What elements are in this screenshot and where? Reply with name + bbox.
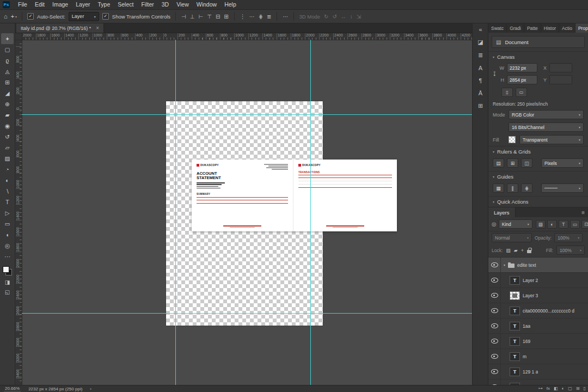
Layer 2[interactable]: ▾ T Layer 2 xyxy=(488,273,588,288)
quick-actions-section-header[interactable]: Quick Actions xyxy=(488,196,588,206)
hand-tool[interactable]: ◖ xyxy=(1,229,14,240)
edit-toolbar-icon[interactable]: ⋯ xyxy=(1,251,14,262)
eraser-tool[interactable]: ▱ xyxy=(1,142,14,153)
menu-item[interactable]: Filter xyxy=(137,0,157,9)
lock-position-icon[interactable]: + xyxy=(521,248,524,253)
vertical-guide[interactable] xyxy=(175,40,176,385)
ruler-origin-box[interactable] xyxy=(15,33,22,40)
Layer 3[interactable]: ▾ T Layer 3 xyxy=(488,288,588,303)
guides-toggle-icon[interactable]: ▦ xyxy=(493,183,504,193)
document-viewport[interactable]: DUKASCOPY ACCOUNT STATEMENT xyxy=(22,40,473,385)
menu-item[interactable]: Layer xyxy=(72,0,94,9)
layer-name[interactable]: m xyxy=(523,354,526,359)
distribute-vertical-icon[interactable]: ⋮ xyxy=(240,14,246,20)
adjustment-layer-icon[interactable]: ◐ xyxy=(561,386,564,391)
link-layers-icon[interactable]: ⊶ xyxy=(538,386,543,391)
y-field[interactable] xyxy=(549,75,572,84)
layer-name[interactable]: cita0000000...ccccccc0 d xyxy=(523,308,574,314)
group-expand-icon[interactable]: ▾ xyxy=(504,263,505,267)
panel-tab[interactable]: Gradi xyxy=(507,23,524,33)
menu-item[interactable]: Help xyxy=(220,0,240,9)
cita0000000...ccccccc0 d[interactable]: ▾ T cita0000000...ccccccc0 d xyxy=(488,303,588,318)
tool-preset-picker[interactable]: + xyxy=(11,13,17,20)
align-left-icon[interactable]: ⊣ xyxy=(181,14,187,20)
panel-tab[interactable]: Swatc xyxy=(488,23,507,33)
menu-item[interactable]: Type xyxy=(94,0,114,9)
new-layer-icon[interactable]: ⊞ xyxy=(576,386,580,391)
shape-tool[interactable]: ▭ xyxy=(1,218,14,229)
layer-visibility-toggle[interactable] xyxy=(488,334,501,348)
filter-shape-layers-icon[interactable]: ▭ xyxy=(570,220,580,229)
portrait-orientation-icon[interactable]: ▯ xyxy=(501,88,513,97)
layer-effects-icon[interactable]: fx xyxy=(547,386,550,391)
panel-tab[interactable]: Actio xyxy=(559,23,575,33)
layer-visibility-toggle[interactable] xyxy=(488,258,501,272)
layer-name[interactable]: 1aa xyxy=(523,323,530,329)
align-bottom-icon[interactable]: ⊞ xyxy=(223,14,229,20)
glyphs-panel-icon[interactable]: Ā xyxy=(479,90,482,96)
fill-swatch[interactable] xyxy=(509,136,516,143)
horizontal-guide[interactable] xyxy=(22,114,473,115)
swatches-panel-icon[interactable]: ≣ xyxy=(478,52,483,59)
blend-mode-dropdown[interactable]: Normal xyxy=(492,233,532,242)
menu-item[interactable]: Window xyxy=(193,0,220,9)
ruler-toggle-icon[interactable]: ▤ xyxy=(493,158,504,168)
filter-adjustment-layers-icon[interactable]: ◐ xyxy=(547,220,557,229)
guides-section-header[interactable]: Guides xyxy=(488,171,588,181)
quick-mask-icon[interactable]: ◨ xyxy=(5,279,10,285)
quick-selection-tool[interactable]: ◬ xyxy=(1,66,14,77)
layer-visibility-toggle[interactable] xyxy=(488,303,501,318)
clone-stamp-tool[interactable]: ◉ xyxy=(1,120,14,131)
horizontal-guide[interactable] xyxy=(22,313,473,314)
layer-visibility-toggle[interactable] xyxy=(488,273,501,287)
m[interactable]: ▾ T m xyxy=(488,349,588,364)
smart-guides-icon[interactable]: ∥ xyxy=(507,183,518,193)
panel-tab[interactable]: Properties xyxy=(575,23,588,33)
path-selection-tool[interactable]: ▷ xyxy=(1,207,14,218)
layer-visibility-toggle[interactable] xyxy=(488,364,501,379)
1aa[interactable]: ▾ T 1aa xyxy=(488,318,588,334)
healing-brush-tool[interactable]: ⊕ xyxy=(1,99,14,109)
crop-tool[interactable]: ⊞ xyxy=(1,77,14,88)
slide-3d-icon[interactable]: ↕ xyxy=(350,14,353,20)
delete-layer-icon[interactable]: ▯ xyxy=(584,386,586,391)
blur-tool[interactable]: ◔ xyxy=(1,164,14,175)
clear-guides-icon[interactable]: ⋕ xyxy=(521,183,532,193)
orbit-3d-icon[interactable]: ↻ xyxy=(323,14,329,20)
snap-toggle-icon[interactable]: ◫ xyxy=(521,158,532,168)
opacity-dropdown[interactable]: 100% xyxy=(554,233,583,242)
layer-visibility-toggle[interactable] xyxy=(488,318,501,333)
menu-item[interactable]: Edit xyxy=(31,0,48,9)
169[interactable]: ▾ T 169 xyxy=(488,334,588,349)
history-brush-tool[interactable]: ↺ xyxy=(1,131,14,142)
filter-pixel-layers-icon[interactable]: ▨ xyxy=(536,220,546,229)
home-icon[interactable]: ⌂ xyxy=(4,13,8,20)
landscape-orientation-icon[interactable]: ▭ xyxy=(516,88,527,97)
filter-smart-objects-icon[interactable]: ⊡ xyxy=(581,220,588,229)
vertical-guide[interactable] xyxy=(310,40,311,385)
width-field[interactable]: 2232 px xyxy=(507,63,537,72)
panel-menu-icon[interactable]: ≡ xyxy=(581,207,588,217)
lock-image-pixels-icon[interactable]: ▰ xyxy=(514,248,518,253)
bit-depth-dropdown[interactable]: 16 Bits/Channel xyxy=(509,122,584,132)
guide-style-dropdown[interactable] xyxy=(541,183,584,193)
more-options-icon[interactable]: ⋯ xyxy=(282,14,289,20)
edite text[interactable]: ▾ T edite text xyxy=(488,258,588,273)
ruler-units-dropdown[interactable]: Pixels xyxy=(541,158,584,168)
eyedropper-tool[interactable]: ◢ xyxy=(1,88,14,99)
lock-all-icon[interactable] xyxy=(527,250,531,253)
129 1 a[interactable]: ▾ T 129 1 a xyxy=(488,364,588,379)
layer-mask-icon[interactable]: ◧ xyxy=(554,386,558,391)
align-right-icon[interactable]: ⊢ xyxy=(198,14,204,20)
layer-filter-kind-dropdown[interactable]: Kind xyxy=(499,219,532,229)
align-top-icon[interactable]: ⊤ xyxy=(206,14,212,20)
layers-tab[interactable]: Layers xyxy=(488,207,516,217)
pen-tool[interactable]: ∖ xyxy=(1,186,14,197)
rectangular-marquee-tool[interactable]: ▢ xyxy=(1,44,14,55)
filter-type-layers-icon[interactable]: T xyxy=(559,220,568,229)
layer-name[interactable]: 169 xyxy=(523,339,530,344)
paragraph-panel-icon[interactable]: ¶ xyxy=(479,77,482,84)
close-tab-icon[interactable]: × xyxy=(96,25,99,31)
align-middle-icon[interactable]: ⊟ xyxy=(215,14,220,20)
auto-select-target-dropdown[interactable]: Layer xyxy=(69,12,99,21)
